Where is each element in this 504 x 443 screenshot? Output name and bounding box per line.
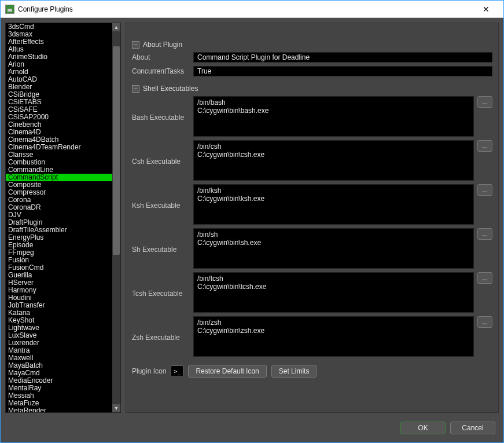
browse-button[interactable]: ... [477,140,492,152]
field-row: ConcurrentTasks [132,66,492,76]
field-label: Tcsh Executable [132,272,190,298]
scroll-down-icon[interactable]: ▼ [112,404,120,412]
executable-paths-input[interactable] [193,184,474,225]
shell-section-header: − Shell Executables [132,85,492,93]
shell-section-title: Shell Executables [143,85,198,93]
browse-button[interactable]: ... [477,184,492,196]
executable-paths-input[interactable] [193,316,474,357]
collapse-icon[interactable]: − [132,85,139,93]
field-row: Tcsh Executable... [132,272,492,313]
plugin-settings-panel: − About Plugin AboutConcurrentTasks − Sh… [126,23,499,413]
field-label: Sh Executable [132,228,190,254]
about-section-header: − About Plugin [132,41,492,49]
cancel-button[interactable]: Cancel [450,422,495,434]
field-row: About [132,52,492,63]
terminal-icon: >_ [171,365,183,377]
set-limits-button[interactable]: Set Limits [271,365,317,378]
field-label: Ksh Executable [132,184,190,210]
scroll-thumb[interactable] [113,46,120,255]
field-row: Sh Executable... [132,228,492,269]
collapse-icon[interactable]: − [132,41,139,49]
browse-button[interactable]: ... [477,272,492,284]
executable-paths-input[interactable] [193,140,474,181]
scroll-up-icon[interactable]: ▲ [112,23,120,31]
about-section-title: About Plugin [143,41,182,49]
plugin-icon-row: Plugin Icon >_ Restore Default Icon Set … [132,365,492,378]
browse-button[interactable]: ... [477,96,492,108]
plugin-icon-label: Plugin Icon [132,367,166,375]
executable-paths-input[interactable] [193,228,474,269]
dialog-footer: OK Cancel [1,418,503,438]
plugin-item[interactable]: CoronaDR [6,204,120,211]
ok-button[interactable]: OK [400,422,446,434]
window-title: Configure Plugins [18,5,473,13]
field-label: Csh Executable [132,140,190,166]
content-area: 3dsCmd3dsmaxAfterEffectsAltusAnimeStudio… [1,18,503,418]
field-input[interactable] [193,66,492,76]
close-button[interactable]: ✕ [473,1,499,17]
field-row: Csh Executable... [132,140,492,181]
browse-button[interactable]: ... [477,316,492,328]
field-label: About [132,52,190,61]
field-label: Zsh Executable [132,316,190,342]
field-input[interactable] [193,52,492,63]
plugin-list: 3dsCmd3dsmaxAfterEffectsAltusAnimeStudio… [5,23,121,413]
restore-default-icon-button[interactable]: Restore Default Icon [188,365,266,378]
field-row: Zsh Executable... [132,316,492,357]
titlebar: Configure Plugins ✕ [1,1,503,18]
executable-paths-input[interactable] [193,272,474,313]
field-row: Ksh Executable... [132,184,492,225]
browse-button[interactable]: ... [477,228,492,240]
executable-paths-input[interactable] [193,96,474,137]
plugin-item[interactable]: MetaRender [6,407,120,412]
sidebar-scrollbar[interactable]: ▲ ▼ [112,23,120,412]
field-label: Bash Executable [132,96,190,122]
field-row: Bash Executable... [132,96,492,137]
field-label: ConcurrentTasks [132,66,190,75]
app-icon [5,5,14,14]
